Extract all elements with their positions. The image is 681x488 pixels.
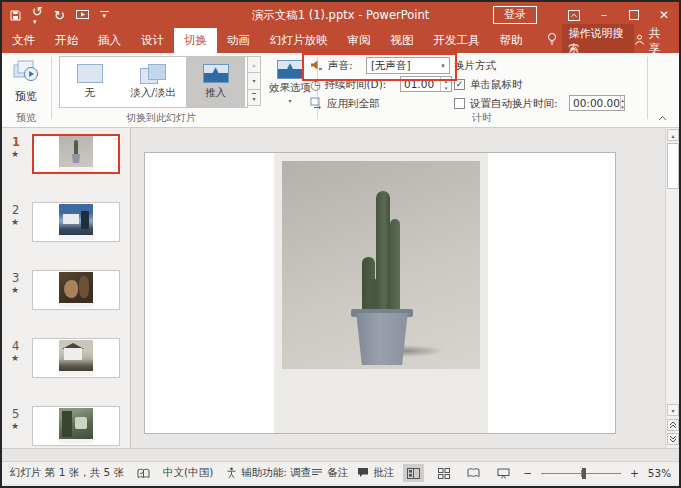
scroll-up-icon[interactable]: ▴: [667, 129, 679, 141]
sign-in-button[interactable]: 登录: [493, 6, 537, 24]
slide-thumbnail-2[interactable]: [32, 202, 120, 242]
zoom-level[interactable]: 53%: [648, 467, 671, 479]
transition-push-icon: ▲: [203, 64, 229, 83]
transition-star-icon: ★: [11, 149, 19, 159]
slide-editor-area[interactable]: [131, 128, 665, 448]
share-label: 共享: [649, 26, 669, 56]
tab-transitions[interactable]: 切换: [174, 28, 217, 53]
group-divider: [51, 57, 52, 119]
on-mouse-click-option[interactable]: ✓ 单击鼠标时: [454, 76, 523, 93]
tab-insert[interactable]: 插入: [88, 28, 131, 53]
spell-check-icon[interactable]: [137, 468, 150, 479]
share-button[interactable]: 共享: [634, 28, 669, 53]
slide-thumbnail-5[interactable]: [32, 406, 120, 446]
reading-view-button[interactable]: [463, 464, 484, 482]
transition-push-label: 推入: [205, 86, 226, 100]
auto-advance-up-icon[interactable]: ▴: [621, 96, 624, 103]
close-button[interactable]: ✕: [649, 2, 679, 28]
tell-me-search[interactable]: 操作说明搜索: [547, 28, 635, 53]
maximize-icon: [629, 10, 639, 20]
apply-to-all-button[interactable]: 应用到全部: [310, 95, 380, 112]
zoom-slider-knob[interactable]: [582, 468, 586, 479]
scroll-down-icon[interactable]: ▾: [667, 404, 679, 416]
transition-fade[interactable]: 淡入/淡出: [120, 57, 186, 107]
accessibility-status[interactable]: 辅助功能: 调查: [226, 466, 311, 480]
cactus-photo[interactable]: [282, 161, 480, 369]
transition-push[interactable]: ▲ 推入: [186, 57, 245, 107]
notes-icon: [311, 467, 323, 479]
tab-view[interactable]: 视图: [381, 28, 424, 53]
powerpoint-window: ↺▾ ↻ ▾ 演示文稿1 (1).pptx - PowerPoint 登录 – …: [0, 0, 681, 488]
slide-thumbnail-3[interactable]: [32, 270, 120, 310]
advance-slide-heading: 换片方式: [454, 57, 496, 74]
effect-options-dropdown-icon: ▾: [288, 97, 291, 104]
effect-options-label: 效果选项: [269, 81, 311, 95]
transition-star-icon: ★: [11, 285, 19, 295]
transition-star-icon: ★: [11, 353, 19, 363]
tab-home[interactable]: 开始: [45, 28, 88, 53]
zoom-in-button[interactable]: +: [630, 467, 639, 479]
auto-advance-down-icon[interactable]: ▾: [621, 103, 624, 110]
transition-none[interactable]: 无: [60, 57, 120, 107]
slide-number: 1: [12, 135, 20, 149]
auto-advance-spinner[interactable]: 00:00.00 ▴▾: [569, 95, 625, 111]
slide-thumbnail-1[interactable]: [32, 134, 120, 174]
transition-none-icon: [77, 64, 103, 83]
gallery-more-icon[interactable]: ▾: [247, 90, 261, 106]
annotation-highlight-box: [302, 53, 457, 81]
preview-group-label: 预览: [2, 111, 50, 125]
comment-icon: [357, 467, 369, 480]
slide5-garden-image: [59, 408, 93, 439]
slide-thumbnail-panel: 1 ★ 2 ★ 3 ★ 4 ★ 5 ★: [2, 128, 131, 448]
comments-button[interactable]: 批注: [357, 466, 394, 480]
vertical-scrollbar[interactable]: ▴ ▾: [665, 128, 679, 448]
tab-review[interactable]: 审阅: [338, 28, 381, 53]
next-slide-icon[interactable]: [667, 433, 679, 445]
slide-counter[interactable]: 幻灯片 第 1 张，共 5 张: [10, 466, 124, 480]
status-bar: 幻灯片 第 1 张，共 5 张 中文(中国) 辅助功能: 调查 备注 批注 −: [2, 461, 679, 484]
gallery-scroll-down-icon[interactable]: ▾: [247, 73, 261, 89]
tab-animations[interactable]: 动画: [217, 28, 260, 53]
tab-file[interactable]: 文件: [2, 28, 45, 53]
slide1-cactus-image: [59, 136, 93, 167]
collapse-ribbon-icon[interactable]: [658, 113, 667, 123]
transition-gallery: 无 淡入/淡出 ▲ 推入: [59, 56, 248, 108]
effect-options-icon: ▲: [277, 60, 303, 79]
on-mouse-click-label: 单击鼠标时: [470, 78, 523, 92]
gallery-scroll-up-icon[interactable]: ▴: [247, 56, 261, 73]
notes-button[interactable]: 备注: [311, 466, 348, 480]
slide-number: 4: [12, 339, 19, 353]
normal-view-button[interactable]: [403, 464, 424, 482]
auto-advance-value: 00:00.00: [570, 96, 620, 110]
auto-advance-option[interactable]: 设置自动换片时间:: [454, 95, 558, 112]
tab-help[interactable]: 帮助: [490, 28, 533, 53]
auto-advance-checkbox[interactable]: [454, 98, 465, 109]
current-slide-canvas[interactable]: [144, 152, 616, 434]
tab-slideshow[interactable]: 幻灯片放映: [260, 28, 338, 53]
group-divider: [647, 57, 648, 119]
cactus-main-stem: [376, 191, 390, 313]
language-indicator[interactable]: 中文(中国): [163, 466, 213, 480]
lower-band: [2, 448, 679, 461]
transition-fade-label: 淡入/淡出: [130, 86, 176, 100]
zoom-out-button[interactable]: −: [523, 467, 532, 479]
previous-slide-icon[interactable]: [667, 419, 679, 431]
slide-sorter-view-button[interactable]: [433, 464, 454, 482]
auto-advance-label: 设置自动换片时间:: [470, 97, 558, 111]
slideshow-view-button[interactable]: [493, 464, 514, 482]
zoom-slider[interactable]: [541, 467, 621, 479]
scrollbar-thumb[interactable]: [667, 143, 679, 189]
tab-developer[interactable]: 开发工具: [424, 28, 490, 53]
transitions-group-label: 切换到此幻灯片: [59, 111, 263, 125]
preview-button[interactable]: 预览: [7, 56, 45, 108]
duration-down-icon[interactable]: ▾: [441, 84, 451, 91]
lightbulb-icon: [547, 32, 557, 49]
accessibility-icon: [226, 467, 237, 480]
slide-thumbnail-4[interactable]: [32, 338, 120, 378]
polaroid-photo-frame[interactable]: [274, 153, 488, 433]
ribbon-tab-bar: 文件 开始 插入 设计 切换 动画 幻灯片放映 审阅 视图 开发工具 帮助 操作…: [2, 28, 679, 53]
tab-design[interactable]: 设计: [131, 28, 174, 53]
flower-pot: [354, 313, 410, 365]
slide3-photo-image: [59, 272, 93, 303]
slide-number: 5: [12, 407, 19, 421]
